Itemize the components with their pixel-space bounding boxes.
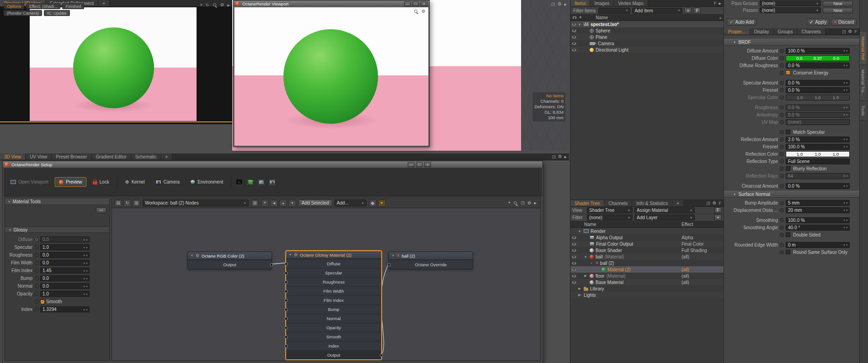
add-dropdown[interactable]: Add...: [335, 200, 367, 206]
camera-button[interactable]: Camera: [152, 178, 184, 186]
channel-knob[interactable]: [35, 307, 39, 311]
node-port-opacity[interactable]: Opacity: [286, 323, 381, 332]
pass-dropdown-pass-groups[interactable]: (none): [760, 0, 821, 6]
input-port-dot[interactable]: [285, 335, 288, 338]
channel-knob[interactable]: [780, 113, 784, 117]
node-port-output[interactable]: Output: [286, 350, 381, 359]
visibility-toggle[interactable]: [572, 48, 576, 52]
side-tab-tools[interactable]: Tools: [860, 101, 867, 121]
cam2-button[interactable]: [268, 179, 276, 186]
expander-icon[interactable]: +: [589, 262, 594, 265]
node-ball-2[interactable]: ▼ball (2)Octane Override: [389, 252, 473, 269]
channel-knob[interactable]: [35, 261, 39, 265]
gear-icon[interactable]: [558, 2, 562, 6]
value-field[interactable]: 0.0 %: [786, 183, 850, 189]
tab-plus[interactable]: +: [672, 200, 684, 206]
visibility-toggle[interactable]: [572, 29, 576, 32]
shader-row-lights[interactable]: ▶Lights: [570, 292, 724, 298]
tab-info-statistics[interactable]: Info & Statistics: [632, 200, 672, 206]
tab-channels[interactable]: Channels: [797, 28, 825, 35]
popout-icon[interactable]: [706, 201, 710, 205]
output-port-dot[interactable]: [270, 263, 273, 266]
spinner-icon[interactable]: [83, 284, 89, 288]
octane-setup-window[interactable]: OctaneRender Setup —□× Open ViewportPrev…: [2, 161, 543, 363]
shader-row-base-material[interactable]: Base Material(all): [570, 279, 724, 285]
assign-material-dropdown[interactable]: Assign Material: [634, 207, 695, 213]
value-field[interactable]: 100.0 %: [786, 217, 850, 223]
scroll-up-icon[interactable]: ▲: [719, 16, 722, 19]
maximize-button[interactable]: □: [412, 1, 419, 6]
color-field-specular-color[interactable]: 1.01.01.0: [786, 95, 850, 100]
layout-icon[interactable]: [251, 200, 259, 207]
item-row-sphere[interactable]: Sphere: [570, 27, 724, 34]
pass-dropdown-passes[interactable]: (none): [760, 7, 821, 13]
preview-button[interactable]: Preview: [55, 178, 86, 186]
spinner-icon[interactable]: [83, 238, 89, 242]
spinner-icon[interactable]: [843, 105, 849, 109]
close-button[interactable]: ×: [424, 162, 431, 167]
view-dropdown[interactable]: Shader Tree: [587, 207, 633, 213]
play-icon[interactable]: [564, 2, 567, 6]
shader-row-final-color-output[interactable]: Final Color OutputFinal Color: [570, 241, 724, 247]
gear-icon[interactable]: [421, 9, 426, 14]
visibility-toggle[interactable]: [572, 262, 576, 265]
spinner-icon[interactable]: [843, 208, 849, 212]
tab-gradient-editor[interactable]: Gradient Editor: [92, 153, 131, 160]
up-button[interactable]: [279, 200, 287, 207]
environment-button[interactable]: Environment: [186, 178, 227, 186]
shader-row-ball[interactable]: ▼ball (Material)(all): [570, 253, 724, 260]
tab-schematic[interactable]: Schematic: [131, 153, 161, 160]
search-icon[interactable]: [213, 3, 217, 7]
channel-knob[interactable]: [35, 253, 39, 257]
checkbox-round-same-surface-only[interactable]: [786, 250, 790, 254]
value-field[interactable]: 0.0 %: [786, 80, 850, 86]
channel-knob[interactable]: [780, 71, 784, 75]
visibility-toggle[interactable]: [572, 36, 576, 39]
expander-icon[interactable]: ▶: [583, 274, 588, 278]
value-field[interactable]: 2.0 %: [786, 137, 850, 142]
checkbox-double-sided[interactable]: [786, 232, 790, 237]
tab-plus[interactable]: +: [161, 153, 173, 160]
channel-knob[interactable]: [35, 292, 39, 296]
lock-button[interactable]: Lock: [89, 178, 113, 186]
grid2-button[interactable]: [133, 200, 140, 207]
checkbox-smooth[interactable]: [40, 300, 45, 304]
expander-icon[interactable]: ▼: [577, 230, 582, 233]
item-row-directional-light[interactable]: Directional Light: [570, 47, 724, 53]
shader-row-render[interactable]: ▼Render: [570, 228, 724, 234]
overlay-effect-shadi[interactable]: Effect: (Shadi...: [26, 3, 60, 9]
channel-knob[interactable]: [780, 243, 784, 247]
popout-icon[interactable]: [842, 30, 846, 34]
node-header[interactable]: ▼ball (2): [389, 252, 473, 260]
rotate-icon[interactable]: [206, 3, 209, 7]
visibility-toggle[interactable]: [572, 23, 576, 26]
play-icon[interactable]: [228, 4, 230, 7]
node-port-roughness[interactable]: Roughness: [286, 277, 381, 286]
node-octane-glossy-material-2[interactable]: ▼⚙Octane Glossy Material (2)DiffuseSpecu…: [286, 251, 382, 360]
shader-row-floor[interactable]: ▶floor (Material)(all): [570, 273, 724, 279]
overlay-ic-update[interactable]: IC: Update: [44, 10, 70, 16]
value-field[interactable]: 100.0 %: [786, 144, 850, 150]
channel-knob[interactable]: [35, 245, 39, 249]
plus-icon[interactable]: [508, 201, 511, 205]
value-field[interactable]: 64: [786, 173, 850, 179]
gear-icon[interactable]: [713, 201, 717, 205]
overlay-finished[interactable]: Finished: [62, 3, 84, 9]
expander-icon[interactable]: ▶: [577, 287, 582, 290]
input-port-dot[interactable]: [285, 299, 288, 302]
close-button[interactable]: ×: [421, 1, 427, 6]
spinner-icon[interactable]: [843, 243, 849, 247]
spinner-icon[interactable]: [843, 145, 849, 148]
channel-knob[interactable]: [780, 233, 784, 237]
gear-icon[interactable]: [558, 154, 562, 159]
node-port-bump[interactable]: Bump: [286, 305, 381, 314]
spinner-icon[interactable]: [83, 261, 89, 265]
down-button[interactable]: [288, 200, 296, 207]
tab-items[interactable]: Items: [570, 0, 590, 6]
gl-3d-viewport[interactable]: No ItemsChannels: 0Deformers: ONGL: 8,83…: [521, 0, 569, 151]
f-icon[interactable]: [855, 30, 857, 34]
f-icon[interactable]: [714, 1, 717, 5]
plus-button[interactable]: [261, 200, 269, 207]
value-field[interactable]: 100.0 %: [786, 48, 850, 54]
spinner-icon[interactable]: [843, 226, 849, 229]
